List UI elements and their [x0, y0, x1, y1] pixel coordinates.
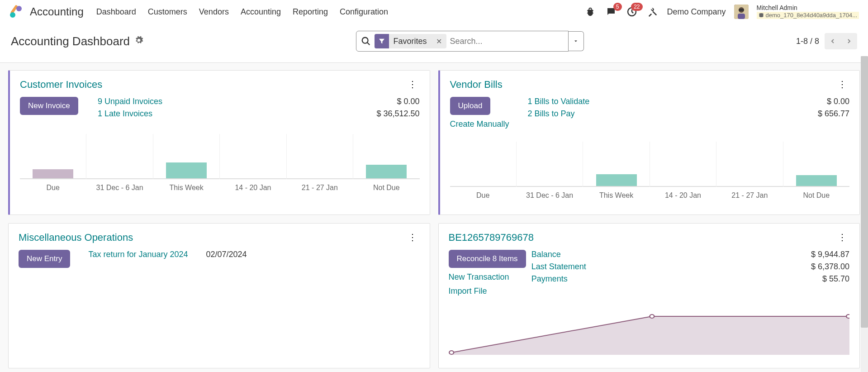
card-misc-operations: Miscellaneous Operations ⋮ New Entry Tax…: [8, 223, 430, 368]
bar-column[interactable]: Due: [20, 134, 86, 179]
value-bills-validate: $ 0.00: [795, 97, 849, 106]
gear-icon[interactable]: [134, 36, 143, 47]
link-bills-pay[interactable]: 2 Bills to Pay: [528, 109, 796, 119]
bar-label: This Week: [169, 184, 203, 192]
label-balance[interactable]: Balance: [531, 250, 561, 259]
messages-icon[interactable]: 5: [605, 5, 617, 18]
pager-next[interactable]: [841, 33, 857, 49]
svg-point-12: [846, 315, 849, 318]
svg-point-11: [650, 315, 654, 318]
kebab-icon[interactable]: ⋮: [405, 232, 420, 243]
value-payments: $ 55.70: [795, 274, 849, 284]
bar-label: 14 - 20 Jan: [665, 191, 701, 200]
scrollbar[interactable]: [861, 56, 868, 372]
topnav-right: 5 22 Demo Company Mitchell Admin demo_17…: [584, 5, 859, 19]
top-nav: Accounting Dashboard Customers Vendors A…: [0, 0, 868, 24]
bar-column[interactable]: 14 - 20 Jan: [220, 134, 286, 179]
kebab-icon[interactable]: ⋮: [835, 232, 849, 243]
facet-remove[interactable]: ✕: [432, 37, 446, 46]
nav-menu: Dashboard Customers Vendors Accounting R…: [96, 7, 388, 17]
card-vendor-bills: Vendor Bills ⋮ Upload Create Manually 1 …: [438, 70, 860, 215]
activities-icon[interactable]: 22: [626, 5, 638, 18]
bar-column[interactable]: 21 - 27 Jan: [287, 134, 353, 179]
svg-rect-6: [739, 9, 744, 11]
activities-badge: 22: [631, 3, 642, 11]
pager-prev[interactable]: [825, 33, 841, 49]
link-create-manually[interactable]: Create Manually: [450, 119, 522, 129]
pager-text[interactable]: 1-8 / 8: [796, 37, 819, 46]
nav-vendors[interactable]: Vendors: [199, 7, 229, 17]
company-switcher[interactable]: Demo Company: [667, 7, 726, 17]
nav-configuration[interactable]: Configuration: [340, 7, 388, 17]
debug-icon[interactable]: [584, 5, 597, 18]
bar-label: Due: [47, 184, 60, 192]
avatar[interactable]: [734, 5, 749, 19]
page-title: Accounting Dashboard: [11, 34, 130, 48]
kebab-icon[interactable]: ⋮: [405, 79, 420, 90]
kebab-icon[interactable]: ⋮: [835, 79, 849, 90]
bar-column[interactable]: Not Due: [783, 142, 849, 187]
facet-label: Favorites: [389, 37, 432, 46]
scrollbar-thumb[interactable]: [861, 56, 868, 328]
card-title[interactable]: Vendor Bills: [450, 79, 503, 91]
bar-column[interactable]: 21 - 27 Jan: [716, 142, 783, 187]
bills-bar-chart: Due31 Dec - 6 JanThis Week14 - 20 Jan21 …: [450, 142, 850, 201]
app-name[interactable]: Accounting: [30, 5, 84, 18]
reconcile-button[interactable]: Reconcile 8 Items: [449, 250, 526, 268]
bank-line-chart: [449, 305, 850, 355]
card-title[interactable]: Miscellaneous Operations: [19, 232, 133, 243]
search-facet-favorites: Favorites ✕: [375, 34, 446, 48]
tax-return-date: 02/07/2024: [206, 250, 247, 259]
bar-column[interactable]: This Week: [153, 134, 220, 179]
messages-badge: 5: [613, 3, 622, 11]
bar-label: Not Due: [803, 191, 830, 200]
label-payments[interactable]: Payments: [531, 274, 568, 284]
bar-label: 31 Dec - 6 Jan: [526, 191, 573, 200]
bar-column[interactable]: 31 Dec - 6 Jan: [86, 134, 153, 179]
value-balance: $ 9,944.87: [795, 250, 849, 259]
search-icon[interactable]: [361, 36, 371, 46]
link-late-invoices[interactable]: 1 Late Invoices: [98, 109, 365, 119]
bar-column[interactable]: This Week: [583, 142, 650, 187]
link-bills-validate[interactable]: 1 Bills to Validate: [528, 97, 796, 106]
search-box[interactable]: Favorites ✕: [356, 31, 569, 52]
filter-icon: [375, 34, 389, 48]
link-import-file[interactable]: Import File: [449, 286, 526, 296]
bar-label: Not Due: [373, 184, 400, 192]
bar-column[interactable]: Due: [450, 142, 517, 187]
svg-point-1: [10, 12, 15, 18]
tools-icon[interactable]: [646, 5, 659, 18]
new-invoice-button[interactable]: New Invoice: [20, 97, 78, 115]
bar-column[interactable]: 31 Dec - 6 Jan: [517, 142, 583, 187]
bar: [166, 162, 207, 178]
user-name: Mitchell Admin: [757, 5, 859, 11]
new-entry-button[interactable]: New Entry: [19, 250, 70, 268]
upload-button[interactable]: Upload: [450, 97, 491, 115]
bar: [366, 165, 407, 178]
app-logo[interactable]: [9, 5, 23, 19]
svg-point-2: [16, 6, 22, 11]
bar: [33, 169, 73, 178]
svg-point-9: [362, 38, 368, 43]
link-tax-return[interactable]: Tax return for January 2024: [88, 250, 188, 259]
nav-accounting[interactable]: Accounting: [241, 7, 281, 17]
search-input[interactable]: [450, 37, 564, 46]
value-unpaid-invoices: $ 0.00: [365, 97, 420, 106]
card-title[interactable]: BE1265789769678: [449, 232, 534, 243]
user-menu[interactable]: Mitchell Admin demo_170_8e34d40a9dda_170…: [757, 5, 859, 19]
bar-label: 21 - 27 Jan: [302, 184, 338, 192]
nav-customers[interactable]: Customers: [148, 7, 187, 17]
label-last-statement[interactable]: Last Statement: [531, 262, 586, 272]
bar-column[interactable]: 14 - 20 Jan: [650, 142, 716, 187]
bar: [796, 175, 837, 186]
control-panel: Accounting Dashboard Favorites ✕ 1-8 / 8: [0, 24, 868, 63]
card-title[interactable]: Customer Invoices: [20, 79, 102, 91]
nav-reporting[interactable]: Reporting: [293, 7, 328, 17]
link-unpaid-invoices[interactable]: 9 Unpaid Invoices: [98, 97, 365, 106]
bar-column[interactable]: Not Due: [353, 134, 419, 179]
bar-label: 31 Dec - 6 Jan: [96, 184, 143, 192]
value-last-statement: $ 6,378.00: [795, 262, 849, 272]
link-new-transaction[interactable]: New Transaction: [449, 272, 526, 282]
search-options-dropdown[interactable]: [569, 31, 584, 51]
nav-dashboard[interactable]: Dashboard: [96, 7, 136, 17]
